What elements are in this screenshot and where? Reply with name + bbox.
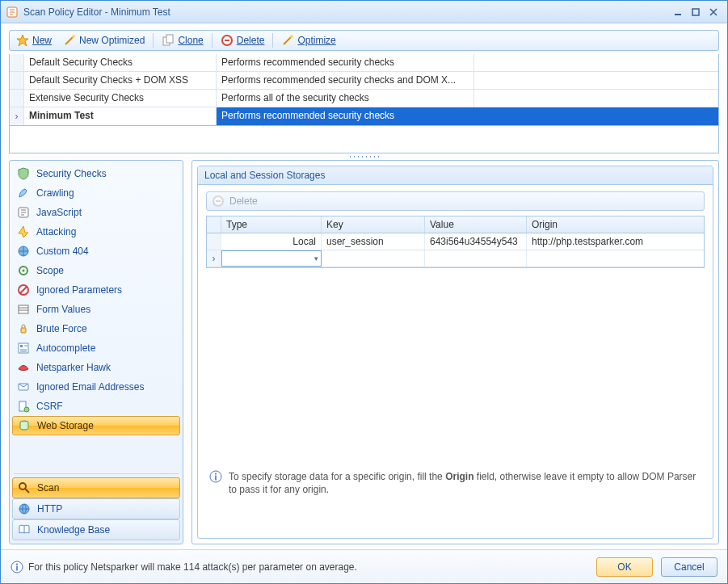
ok-button[interactable]: OK — [596, 557, 653, 577]
storage-grid[interactable]: Type Key Value Origin Localuser_session6… — [206, 216, 705, 268]
policy-row[interactable]: Extensive Security ChecksPerforms all of… — [10, 90, 718, 107]
svg-rect-35 — [215, 476, 217, 481]
policy-row[interactable]: Default Security Checks + DOM XSSPerform… — [10, 72, 718, 90]
svg-marker-3 — [17, 35, 28, 46]
sidebar-item-label: Scope — [36, 265, 64, 276]
sidebar-item-label: Netsparker Hawk — [36, 362, 111, 373]
sidebar-item-icon — [17, 206, 30, 219]
sidebar-item-custom-404[interactable]: Custom 404 — [12, 242, 180, 261]
app-icon — [6, 6, 19, 19]
svg-rect-20 — [21, 328, 26, 333]
storage-group: Local and Session Storages Delete Type K… — [197, 166, 713, 539]
sidebar-item-autocomplete[interactable]: Autocomplete — [12, 338, 180, 358]
svg-rect-7 — [166, 35, 173, 43]
splitter[interactable] — [9, 153, 719, 160]
svg-rect-2 — [692, 9, 699, 15]
sidebar-item-form-values[interactable]: Form Values — [12, 300, 180, 319]
col-type[interactable]: Type — [221, 216, 322, 233]
scan-icon — [18, 481, 31, 494]
settings-panel: Local and Session Storages Delete Type K… — [191, 160, 719, 544]
policy-grid[interactable]: Default Security ChecksPerforms recommen… — [9, 54, 719, 126]
sidebar-item-icon — [17, 400, 30, 413]
row-indicator-icon — [10, 54, 24, 71]
sidebar-item-scope[interactable]: Scope — [12, 261, 180, 280]
policy-description: Performs recommended security checks — [217, 54, 474, 71]
sidebar-item-label: Web Storage — [37, 420, 94, 431]
category-http[interactable]: HTTP — [12, 498, 180, 519]
chevron-down-icon: ▾ — [314, 254, 318, 263]
svg-point-37 — [16, 563, 18, 565]
sidebar-item-web-storage[interactable]: Web Storage — [12, 416, 180, 435]
cell-value[interactable]: 643i564u34554y543 — [425, 233, 527, 250]
cell-origin[interactable]: http://php.testsparker.com — [527, 233, 704, 250]
svg-point-34 — [215, 473, 217, 474]
svg-point-11 — [290, 35, 293, 38]
storage-toolbar: Delete — [206, 191, 705, 211]
col-value[interactable]: Value — [425, 216, 527, 233]
sidebar-item-attacking[interactable]: Attacking — [12, 222, 180, 242]
sidebar-item-icon — [17, 284, 30, 296]
policy-row[interactable]: Default Security ChecksPerforms recommen… — [10, 54, 718, 72]
sidebar-item-netsparker-hawk[interactable]: Netsparker Hawk — [12, 358, 180, 377]
policy-row[interactable]: ›Minimum TestPerforms recommended securi… — [10, 107, 718, 125]
sidebar-item-icon — [17, 225, 30, 238]
maximize-button[interactable] — [687, 5, 705, 19]
storage-row[interactable]: Localuser_session643i564u34554y543http:/… — [207, 233, 704, 250]
svg-point-27 — [19, 483, 26, 489]
delete-icon — [221, 34, 234, 47]
storage-new-row[interactable]: › ▾ — [207, 250, 704, 267]
sidebar-item-ignored-email-addresses[interactable]: Ignored Email Addresses — [12, 377, 180, 397]
sidebar-item-icon — [17, 264, 30, 277]
policy-description: Performs all of the security checks — [217, 90, 474, 107]
storage-grid-header: Type Key Value Origin — [207, 216, 704, 233]
svg-point-5 — [72, 35, 75, 38]
sidebar-item-javascript[interactable]: JavaScript — [12, 203, 180, 222]
sidebar-item-label: Brute Force — [36, 323, 87, 334]
sidebar-item-label: Ignored Email Addresses — [36, 381, 144, 393]
clone-button[interactable]: Clone — [158, 32, 206, 48]
sidebar-item-label: CSRF — [36, 401, 63, 412]
sidebar-item-label: Autocomplete — [36, 342, 95, 354]
sidebar-item-ignored-parameters[interactable]: Ignored Parameters — [12, 280, 180, 300]
policy-description: Performs recommended security checks and… — [217, 72, 474, 89]
grid-filler — [206, 268, 705, 462]
globe-icon — [18, 502, 31, 515]
row-indicator-icon: › — [207, 250, 221, 267]
toolbar-separator — [272, 33, 273, 48]
cell-type[interactable]: Local — [221, 233, 322, 250]
sidebar-item-icon — [17, 187, 30, 200]
minimize-button[interactable] — [669, 5, 687, 19]
svg-line-10 — [284, 36, 292, 44]
close-button[interactable] — [705, 5, 722, 19]
cell-key[interactable]: user_session — [322, 233, 425, 250]
category-knowledge-base[interactable]: Knowledge Base — [12, 519, 180, 540]
type-dropdown[interactable]: ▾ — [221, 250, 322, 267]
sidebar-item-crawling[interactable]: Crawling — [12, 183, 180, 203]
sidebar-item-brute-force[interactable]: Brute Force — [12, 319, 180, 338]
sidebar-item-csrf[interactable]: CSRF — [12, 397, 180, 416]
row-indicator-icon: › — [10, 107, 24, 125]
new-button[interactable]: New — [13, 32, 55, 48]
delete-button[interactable]: Delete — [217, 32, 268, 48]
clone-icon — [162, 34, 175, 47]
svg-line-4 — [65, 36, 74, 44]
svg-line-18 — [20, 287, 27, 293]
svg-point-25 — [24, 407, 29, 412]
sidebar-item-label: Custom 404 — [36, 246, 89, 257]
book-icon — [18, 523, 31, 536]
main-area: Security ChecksCrawlingJavaScriptAttacki… — [9, 160, 719, 544]
storage-delete-button[interactable]: Delete — [229, 195, 258, 207]
svg-point-16 — [23, 270, 25, 272]
col-origin[interactable]: Origin — [527, 216, 704, 233]
dialog-window: Scan Policy Editor - Minimum Test New Ne… — [0, 0, 728, 584]
sidebar-item-security-checks[interactable]: Security Checks — [12, 164, 180, 183]
cancel-button[interactable]: Cancel — [661, 557, 717, 577]
optimize-button[interactable]: Optimize — [278, 32, 339, 48]
col-key[interactable]: Key — [322, 216, 425, 233]
titlebar: Scan Policy Editor - Minimum Test — [1, 1, 727, 23]
policy-grid-blank — [9, 126, 719, 153]
sidebar-item-icon — [17, 322, 30, 335]
footer: For this policy Netsparker will make 114… — [1, 549, 727, 583]
category-scan[interactable]: Scan — [12, 477, 180, 498]
new-optimized-button[interactable]: New Optimized — [60, 32, 148, 48]
